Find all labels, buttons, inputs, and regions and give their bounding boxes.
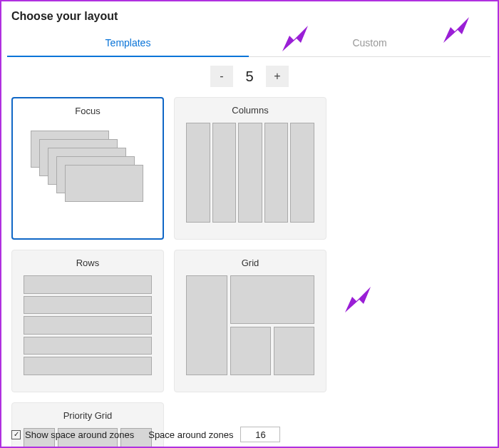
decrement-button[interactable]: - [210, 66, 233, 87]
layout-label: Rows [76, 258, 100, 268]
layout-label: Grid [242, 258, 259, 268]
layout-card-focus[interactable]: Focus [11, 97, 164, 240]
space-label: Space around zones [148, 429, 233, 440]
layout-preview-columns [186, 123, 314, 223]
layout-card-grid[interactable]: Grid [174, 250, 326, 392]
tabs: Templates Custom [7, 31, 490, 57]
checkbox-icon: ✓ [11, 430, 21, 439]
page-title: Choose your layout [1, 1, 498, 29]
show-space-checkbox[interactable]: ✓ Show space around zones [11, 429, 134, 440]
show-space-label: Show space around zones [25, 429, 134, 440]
layout-label: Priority Grid [63, 410, 113, 421]
space-input[interactable]: 16 [240, 427, 280, 442]
layout-preview-focus [24, 123, 152, 223]
layout-preview-grid [186, 275, 314, 375]
layout-card-columns[interactable]: Columns [174, 97, 326, 240]
layout-cards: Focus Columns Rows Grid [1, 97, 498, 448]
layout-preview-rows [24, 275, 152, 375]
layout-card-rows[interactable]: Rows [11, 250, 164, 392]
footer: ✓ Show space around zones Space around z… [11, 427, 488, 442]
layout-label: Focus [75, 106, 100, 116]
layout-chooser-window: Choose your layout Templates Custom - 5 … [0, 0, 499, 448]
increment-button[interactable]: + [266, 66, 289, 87]
zone-count-stepper: - 5 + [1, 66, 498, 87]
zone-count-value: 5 [237, 68, 262, 85]
tab-templates[interactable]: Templates [7, 31, 249, 57]
tab-custom[interactable]: Custom [249, 31, 490, 57]
space-around-field: Space around zones 16 [148, 427, 280, 442]
layout-label: Columns [232, 105, 268, 116]
